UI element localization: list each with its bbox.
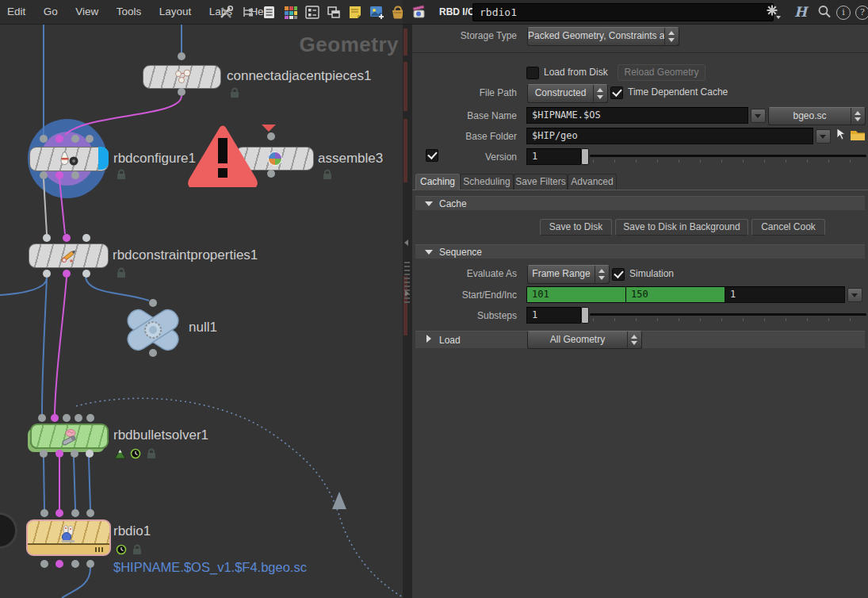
output-connector[interactable] <box>71 450 78 458</box>
output-connector[interactable] <box>55 560 63 568</box>
cache-section-header[interactable]: Cache <box>415 196 865 210</box>
output-connector[interactable] <box>71 171 79 179</box>
base-name-preset-menu[interactable] <box>751 109 766 123</box>
node-path-picker-icon[interactable] <box>833 127 847 142</box>
tab-scheduling[interactable]: Scheduling <box>460 174 514 190</box>
hierarchy-icon[interactable] <box>240 5 256 20</box>
output-connector[interactable] <box>82 270 90 278</box>
load-from-disk-checkbox[interactable] <box>526 67 539 79</box>
file-path-mode-dropdown[interactable]: Constructed <box>527 84 608 103</box>
output-connector[interactable] <box>43 270 51 278</box>
search-icon[interactable] <box>816 4 832 20</box>
output-connector[interactable] <box>86 560 94 568</box>
output-connector[interactable] <box>71 560 79 568</box>
input-connector[interactable] <box>75 414 82 422</box>
folder-browse-icon[interactable] <box>850 128 866 142</box>
pane-splitter[interactable] <box>403 24 412 598</box>
input-connector[interactable] <box>178 52 185 60</box>
version-input[interactable]: 1 <box>526 148 581 165</box>
wrench-icon[interactable] <box>219 5 235 20</box>
network-editor[interactable]: Geometry <box>0 0 403 598</box>
splitter-grip[interactable] <box>404 262 410 303</box>
tab-save-filters[interactable]: Save Filters <box>514 174 568 190</box>
save-to-disk-background-button[interactable]: Save to Disk in Background <box>615 219 748 236</box>
version-slider-handle[interactable] <box>581 148 589 165</box>
input-connector[interactable] <box>86 509 94 517</box>
input-connector[interactable] <box>71 135 79 143</box>
input-connector[interactable] <box>51 414 59 422</box>
evaluate-as-dropdown[interactable]: Frame Range <box>527 265 610 284</box>
frame-range-preset-menu[interactable] <box>847 288 862 302</box>
substeps-slider-handle[interactable] <box>581 307 589 324</box>
substeps-slider-track[interactable] <box>590 313 866 316</box>
sequence-section-header[interactable]: Sequence <box>415 244 865 259</box>
collapse-left-arrow[interactable] <box>404 240 408 246</box>
menu-layout[interactable]: Layout <box>152 0 199 23</box>
version-enable-checkbox[interactable] <box>426 149 438 162</box>
input-connector[interactable] <box>55 509 63 517</box>
output-connector[interactable] <box>40 560 48 568</box>
info-icon[interactable]: i <box>835 4 851 20</box>
save-to-disk-button[interactable]: Save to Disk <box>540 219 612 236</box>
gear-menu-icon[interactable] <box>766 4 782 20</box>
input-connector[interactable] <box>38 414 46 422</box>
menu-view[interactable]: View <box>68 0 105 23</box>
palette-grid-icon[interactable] <box>283 5 299 20</box>
increment-input[interactable]: 1 <box>725 286 845 303</box>
base-folder-preset-menu[interactable] <box>816 129 831 144</box>
time-dependent-cache-checkbox[interactable] <box>610 86 623 99</box>
input-connector[interactable] <box>267 132 275 140</box>
input-connector[interactable] <box>40 509 48 517</box>
checklist-icon[interactable] <box>304 5 320 20</box>
start-frame-input[interactable]: 101 <box>526 286 626 303</box>
output-connector[interactable] <box>55 450 63 458</box>
windows-icon[interactable] <box>326 5 342 20</box>
collapse-right-arrow[interactable] <box>405 290 409 297</box>
display-flag[interactable] <box>98 147 109 170</box>
houdini-logo-icon[interactable]: H <box>793 4 809 20</box>
output-connector[interactable] <box>267 170 275 178</box>
image-add-icon[interactable] <box>369 5 384 20</box>
storage-type-dropdown[interactable]: Packed Geometry, Constraints a... <box>527 27 679 46</box>
spinner-icon <box>595 266 609 283</box>
end-frame-input[interactable]: 150 <box>625 286 725 303</box>
output-connector[interactable] <box>178 88 185 96</box>
menu-edit[interactable]: Edit <box>0 0 33 23</box>
dependency-arrow <box>332 492 346 509</box>
document-list-icon[interactable] <box>262 5 277 20</box>
output-connector[interactable] <box>40 171 48 179</box>
base-folder-input[interactable]: $HIP/geo <box>526 128 813 144</box>
input-connector[interactable] <box>82 234 90 242</box>
help-icon[interactable]: ? <box>855 4 868 20</box>
extension-dropdown[interactable]: bgeo.sc <box>768 107 866 125</box>
input-connector[interactable] <box>63 234 71 242</box>
input-connector[interactable] <box>40 135 48 143</box>
load-dropdown[interactable]: All Geometry <box>527 331 642 349</box>
substeps-input[interactable]: 1 <box>526 307 581 324</box>
input-connector[interactable] <box>63 414 71 422</box>
reload-geometry-button[interactable]: Reload Geometry <box>618 64 705 81</box>
output-connector[interactable] <box>63 270 71 278</box>
menu-go[interactable]: Go <box>36 0 65 23</box>
tab-caching[interactable]: Caching <box>415 174 460 190</box>
tab-advanced[interactable]: Advanced <box>568 174 617 190</box>
output-connector[interactable] <box>149 349 157 357</box>
sticky-note-icon[interactable] <box>347 5 363 20</box>
input-connector[interactable] <box>149 299 157 307</box>
output-connector[interactable] <box>40 450 48 458</box>
input-connector[interactable] <box>86 135 94 143</box>
warning-triangle-icon[interactable] <box>187 124 258 187</box>
base-name-input[interactable]: $HIPNAME.$OS <box>526 107 748 124</box>
cancel-cook-button[interactable]: Cancel Cook <box>751 219 825 236</box>
input-connector[interactable] <box>43 234 51 242</box>
simulation-checkbox[interactable] <box>612 268 625 281</box>
input-connector[interactable] <box>71 509 79 517</box>
menu-tools[interactable]: Tools <box>109 0 149 23</box>
input-connector[interactable] <box>86 414 94 422</box>
output-connector[interactable] <box>86 450 94 458</box>
null-node-shape[interactable] <box>124 308 182 353</box>
input-connector[interactable] <box>55 135 63 143</box>
version-slider-track[interactable] <box>590 155 866 157</box>
output-connector[interactable] <box>55 171 63 179</box>
node-name-input[interactable]: rbdio1 <box>472 3 774 21</box>
